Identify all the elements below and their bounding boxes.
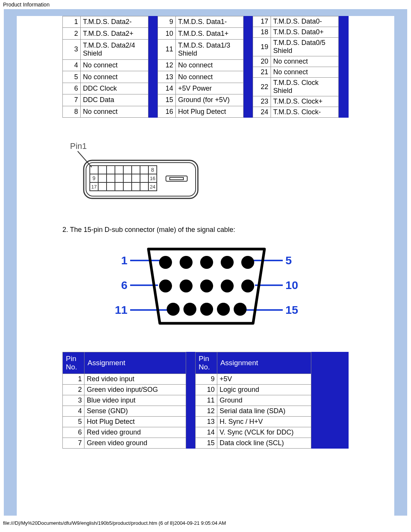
- svg-point-25: [180, 256, 193, 269]
- pin-number-cell: 1: [63, 16, 81, 28]
- dvi-row1-end-label: 8: [151, 167, 154, 173]
- pin-number-cell: 15: [158, 94, 176, 106]
- table-row: 18T.M.D.S. Data0+: [253, 27, 339, 38]
- dsub-pin-table: Pin No. Assignment 1Red video input2Gree…: [62, 352, 349, 449]
- table-row: 5Hot Plug Detect: [63, 417, 186, 427]
- pin-assignment-cell: H. Sync / H+V: [217, 417, 311, 427]
- table-row: 13H. Sync / H+V: [196, 417, 311, 427]
- pin-number-cell: 19: [253, 38, 271, 56]
- dsub-label-10: 10: [285, 279, 298, 291]
- dvi-row2-start-label: 9: [92, 175, 96, 181]
- svg-point-31: [200, 280, 213, 292]
- pin-assignment-cell: +5V: [217, 374, 311, 385]
- pin-assignment-cell: Blue video input: [84, 395, 186, 406]
- table-row: 15Ground (for +5V): [158, 94, 244, 106]
- pin-number-cell: 6: [63, 427, 84, 438]
- svg-rect-21: [132, 182, 140, 191]
- dsub-label-11: 11: [115, 304, 127, 316]
- pin-signal-cell: T.M.D.S. Data0-: [271, 16, 339, 27]
- table-row: 3Blue video input: [63, 395, 186, 406]
- pin-assignment-cell: Hot Plug Detect: [84, 417, 186, 427]
- pin-number-cell: 20: [253, 56, 271, 67]
- pin-number-cell: 4: [63, 406, 84, 417]
- table-row: 14+5V Power: [158, 83, 244, 94]
- svg-point-32: [221, 280, 234, 292]
- table-row: 13No connect: [158, 71, 244, 83]
- table-row: 15Data clock line (SCL): [196, 438, 311, 449]
- pin-signal-cell: T.M.D.S. Data0+: [271, 27, 339, 38]
- svg-rect-6: [140, 166, 148, 174]
- dsub-pins-row2: [159, 280, 254, 292]
- svg-rect-13: [132, 174, 140, 182]
- pin-number-cell: 3: [63, 395, 84, 406]
- table-row: 5No connect: [63, 71, 148, 83]
- svg-point-24: [159, 256, 172, 269]
- table-header-row: Pin No. Assignment: [63, 352, 186, 374]
- pin-signal-cell: No connect: [176, 59, 244, 71]
- table-row: 12Serial data line (SDA): [196, 406, 311, 417]
- pin-signal-cell: T.M.D.S. Data2+: [81, 28, 148, 39]
- svg-rect-12: [123, 174, 132, 182]
- pin-signal-cell: Ground (for +5V): [176, 94, 244, 106]
- pin-signal-cell: T.M.D.S. Clock+: [271, 96, 339, 107]
- table-row: 8No connect: [63, 106, 148, 117]
- table-gap: [148, 16, 158, 118]
- pin-signal-cell: No connect: [81, 71, 148, 83]
- svg-rect-5: [132, 166, 140, 174]
- table-row: 6DDC Clock: [63, 83, 148, 94]
- table-row: 1Red video input: [63, 374, 186, 385]
- pin-number-cell: 7: [63, 438, 84, 449]
- dsub-connector-diagram: 1 6 11 5 10 15: [62, 245, 349, 352]
- svg-rect-22: [140, 182, 148, 191]
- dvi-pins-17-24: 17T.M.D.S. Data0-18T.M.D.S. Data0+19T.M.…: [253, 16, 339, 118]
- pin-number-cell: 16: [158, 106, 176, 117]
- pin-number-cell: 12: [196, 406, 217, 417]
- dsub-pins-row1: [159, 256, 254, 269]
- pin-signal-cell: Hot Plug Detect: [176, 106, 244, 117]
- pin-signal-cell: No connect: [271, 67, 339, 78]
- table-row: 19T.M.D.S. Data0/5 Shield: [253, 38, 339, 56]
- pin-signal-cell: DDC Data: [81, 94, 148, 106]
- svg-rect-4: [123, 166, 132, 174]
- dsub-label-1: 1: [121, 254, 127, 267]
- pin-number-cell: 5: [63, 417, 84, 427]
- dvi-row3-end-label: 24: [150, 184, 155, 190]
- table-row: 16Hot Plug Detect: [158, 106, 244, 117]
- dsub-pins-9-15: Pin No. Assignment 9+5V10Logic ground11G…: [195, 352, 311, 449]
- table-row: 7DDC Data: [63, 94, 148, 106]
- pin-number-cell: 7: [63, 94, 81, 106]
- top-table-shell: 1T.M.D.S. Data2-2T.M.D.S. Data2+3T.M.D.S…: [62, 16, 349, 118]
- pin-signal-cell: T.M.D.S. Data0/5 Shield: [271, 38, 339, 56]
- svg-rect-17: [98, 182, 107, 191]
- page-header: Product Information: [0, 0, 411, 8]
- pin-number-cell: 9: [158, 16, 176, 28]
- table-row: 1T.M.D.S. Data2-: [63, 16, 148, 28]
- dvi-row3-start-label: 17: [91, 184, 97, 190]
- svg-point-36: [200, 303, 213, 316]
- dvi-connector-svg: Pin1 9 17 8 16: [67, 141, 204, 205]
- content-frame: 1T.M.D.S. Data2-2T.M.D.S. Data2+3T.M.D.S…: [4, 9, 407, 516]
- pin-number-cell: 14: [196, 427, 217, 438]
- svg-point-34: [167, 303, 180, 316]
- th-pin-no: Pin No.: [196, 352, 217, 374]
- pin-signal-cell: No connect: [81, 106, 148, 117]
- svg-rect-18: [107, 182, 115, 191]
- table-row: 12No connect: [158, 59, 244, 71]
- pin-signal-cell: T.M.D.S. Data1/3 Shield: [176, 39, 244, 59]
- svg-rect-10: [107, 174, 115, 182]
- pin-assignment-cell: V. Sync (VCLK for DDC): [217, 427, 311, 438]
- table-row: 10Logic ground: [196, 385, 311, 395]
- pin-number-cell: 1: [63, 374, 84, 385]
- svg-point-30: [180, 280, 193, 292]
- pin-signal-cell: T.M.D.S. Data2-: [81, 16, 148, 28]
- table-row: 3T.M.D.S. Data2/4 Shield: [63, 39, 148, 59]
- table-row: 11T.M.D.S. Data1/3 Shield: [158, 39, 244, 59]
- dvi-pin-grid: [90, 166, 157, 191]
- pin-number-cell: 6: [63, 83, 81, 94]
- pin-number-cell: 18: [253, 27, 271, 38]
- pin-number-cell: 5: [63, 71, 81, 83]
- table-row: 17T.M.D.S. Data0-: [253, 16, 339, 27]
- pin-number-cell: 14: [158, 83, 176, 94]
- pin-number-cell: 9: [196, 374, 217, 385]
- pin-number-cell: 10: [196, 385, 217, 395]
